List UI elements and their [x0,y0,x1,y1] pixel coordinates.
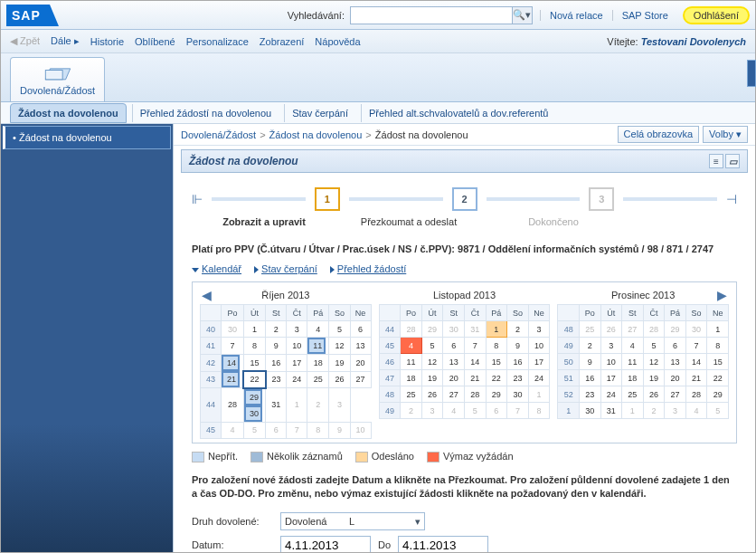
calendar-day[interactable]: 1 [486,321,507,338]
calendar-day[interactable]: 2 [507,321,529,338]
calendar-day[interactable]: 18 [401,370,422,386]
calendar-day[interactable]: 4 [622,338,644,354]
calendar-day[interactable]: 3 [600,338,622,354]
sidebar-item-request[interactable]: • Žádost na dovolenou [3,126,171,149]
calendar-day[interactable]: 11 [401,354,422,370]
calendar-day[interactable]: 13 [443,354,465,370]
calendar-day[interactable]: 29 [486,386,507,403]
calendar-day[interactable]: 16 [507,354,529,370]
calendar-day[interactable]: 3 [528,321,550,338]
calendar-day[interactable]: 10 [287,338,307,355]
search-input[interactable] [350,6,513,24]
calendar-day[interactable]: 25 [401,386,422,403]
calendar-day[interactable]: 15 [243,355,265,372]
subtab-overview[interactable]: Přehled žádostí na dovolenou [132,104,279,122]
calendar-day[interactable]: 18 [622,370,644,386]
calendar-day[interactable]: 26 [329,371,350,388]
calendar-day[interactable]: 31 [266,388,287,423]
search-button[interactable]: 🔍▾ [513,6,533,24]
calendar-day[interactable]: 9 [507,338,529,354]
link-overview[interactable]: Přehled žádostí [330,263,406,274]
calendar-day[interactable]: 6 [665,338,686,354]
calendar-day[interactable]: 10 [350,422,371,438]
fullscreen-button[interactable]: Celá obrazovka [618,126,699,143]
calendar-day[interactable]: 25 [307,371,329,388]
calendar-day[interactable]: 31 [464,321,486,338]
calendar-day[interactable]: 26 [421,386,443,403]
calendar-day[interactable]: 5 [329,321,350,338]
list-view-icon[interactable]: ≡ [709,154,723,168]
calendar-day[interactable]: 15 [486,354,507,370]
calendar-day[interactable]: 8 [528,403,550,419]
nav-personalize[interactable]: Personalizace [186,36,249,47]
calendar-day[interactable]: 7 [464,338,486,354]
calendar-day[interactable]: 27 [350,371,371,388]
calendar-day[interactable]: 31 [600,403,622,419]
calendar-day[interactable]: 20 [443,370,465,386]
calendar-day[interactable]: 19 [329,355,350,372]
nav-favorites[interactable]: Oblíbené [135,36,175,47]
calendar-day[interactable]: 6 [350,321,371,338]
cal-next-button[interactable]: ▶ [713,288,731,302]
calendar-day[interactable]: 12 [421,354,443,370]
calendar-day[interactable]: 8 [307,422,329,438]
calendar-day[interactable]: 29 [244,389,262,405]
calendar-day[interactable]: 6 [486,403,507,419]
calendar-day[interactable]: 30 [579,403,600,419]
calendar-day[interactable]: 23 [507,370,529,386]
calendar-day[interactable]: 1 [528,386,550,403]
calendar-day[interactable]: 2 [307,388,329,423]
calendar-day[interactable]: 9 [579,354,600,370]
new-session-link[interactable]: Nová relace [540,10,612,21]
calendar-day[interactable]: 26 [600,321,622,338]
type-select[interactable]: Dovolená L ▾ [280,512,425,530]
calendar-day[interactable]: 2 [401,403,422,419]
calendar-day[interactable]: 22 [486,370,507,386]
calendar-day[interactable]: 29 [665,321,686,338]
calendar-day[interactable]: 6 [443,338,465,354]
calendar-day[interactable]: 14 [685,354,707,370]
calendar-day[interactable]: 28 [685,386,707,403]
calendar-day[interactable]: 11 [622,354,644,370]
right-panel-handle[interactable] [747,60,756,87]
calendar-day[interactable]: 14 [464,354,486,370]
calendar-day[interactable]: 28 [401,321,422,338]
calendar-day[interactable]: 3 [665,403,686,419]
date-from-input[interactable] [280,536,371,553]
calendar-day[interactable]: 1 [287,388,307,423]
step-1[interactable]: 1 [315,187,340,211]
calendar-day[interactable]: 13 [665,354,686,370]
calendar-day[interactable]: 9 [329,422,350,438]
calendar-day[interactable]: 20 [665,370,686,386]
calendar-day[interactable]: 8 [486,338,507,354]
calendar-day[interactable]: 17 [287,355,307,372]
calendar-day[interactable]: 4 [222,422,244,438]
calendar-day[interactable]: 28 [464,386,486,403]
calendar-day[interactable]: 7 [685,338,707,354]
calendar-day[interactable]: 10 [600,354,622,370]
sap-store-link[interactable]: SAP Store [612,10,677,21]
date-to-input[interactable] [398,536,488,553]
logout-button[interactable]: Odhlášení [683,6,750,24]
calendar-day[interactable]: 21 [685,370,707,386]
calendar-day[interactable]: 17 [600,370,622,386]
calendar-day[interactable]: 19 [421,370,443,386]
calendar-day[interactable]: 5 [643,338,665,354]
calendar-day[interactable]: 4 [401,338,422,354]
calendar-day[interactable]: 30 [443,321,465,338]
calendar-day[interactable]: 13 [350,338,371,355]
calendar-day[interactable]: 4 [443,403,465,419]
calendar-day[interactable]: 22 [243,371,265,388]
calendar-day[interactable]: 1 [707,321,729,338]
nav-history[interactable]: Historie [90,36,124,47]
tab-dovolena[interactable]: Dovolená/Žádost [10,57,105,101]
calendar-day[interactable]: 23 [579,386,600,403]
link-calendar[interactable]: Kalendář [192,263,241,274]
calendar-day[interactable]: 19 [643,370,665,386]
subtab-request[interactable]: Žádost na dovolenou [10,103,127,123]
cal-prev-button[interactable]: ◀ [198,288,215,302]
options-button[interactable]: Volby ▾ [703,126,748,143]
calendar-day[interactable]: 30 [244,405,262,422]
calendar-day[interactable]: 30 [507,386,529,403]
calendar-day[interactable]: 27 [622,321,644,338]
